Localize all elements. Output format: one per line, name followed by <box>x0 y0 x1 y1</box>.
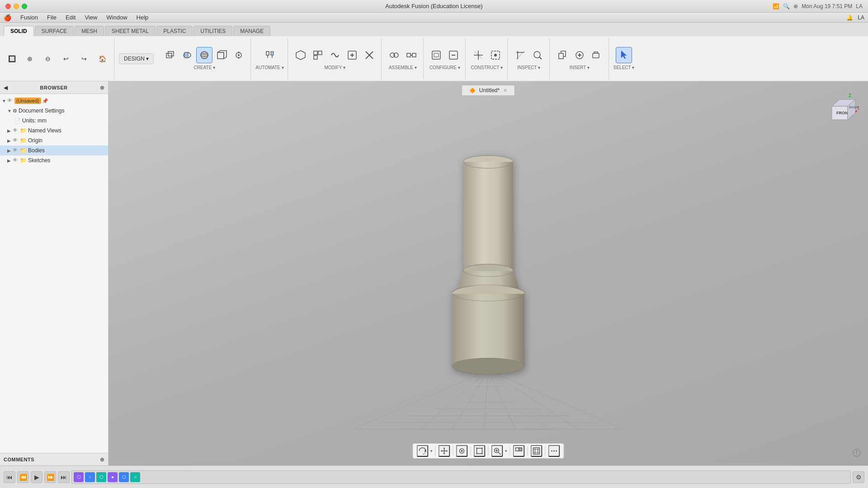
create-extrude[interactable] <box>162 47 178 63</box>
settings-icon: ⚙ <box>13 108 17 114</box>
zoom-button[interactable] <box>491 445 503 457</box>
modify-btn1[interactable] <box>292 47 309 63</box>
home-btn[interactable]: 🏠 <box>94 51 110 67</box>
timeline-item-5[interactable]: ⬡ <box>119 472 129 482</box>
construct-btn1[interactable] <box>470 47 486 63</box>
look-button[interactable] <box>456 445 468 457</box>
quick-btn-2[interactable]: ⊕ <box>22 51 38 67</box>
browser-item-units[interactable]: 📄 Units: mm <box>0 116 108 126</box>
browser-options-icon[interactable]: ⊕ <box>100 84 104 91</box>
fit-button[interactable] <box>474 445 486 457</box>
svg-marker-17 <box>296 51 305 60</box>
create-revolve[interactable] <box>179 47 195 63</box>
insert-btn1[interactable] <box>554 47 571 63</box>
tab-sheet-metal[interactable]: SHEET METAL <box>105 26 156 36</box>
tab-surface[interactable]: SURFACE <box>35 26 74 36</box>
orbit-dropdown[interactable]: ▾ <box>430 449 433 453</box>
apple-menu[interactable]: 🍎 <box>4 14 11 21</box>
timeline-track[interactable]: ⬡ ○ ⬡ ● ⬡ ○ <box>71 470 851 484</box>
section-select: SELECT ▾ <box>610 38 638 79</box>
select-btn[interactable] <box>616 47 632 63</box>
timeline-prev[interactable]: ⏪ <box>17 471 29 483</box>
maximize-button[interactable] <box>22 4 27 9</box>
insert-btn2[interactable] <box>571 47 588 63</box>
divider <box>510 446 510 455</box>
modify-btn4[interactable] <box>344 47 360 63</box>
modify-btn5[interactable] <box>361 47 377 63</box>
browser-item-unsaved[interactable]: ▼ 👁 (Unsaved) 📌 <box>0 96 108 106</box>
tab-close-icon[interactable]: ✕ <box>503 88 507 94</box>
browser-item-named-views[interactable]: ▶ 👁 📁 Named Views <box>0 126 108 136</box>
timeline-play[interactable]: ▶ <box>31 471 42 483</box>
traffic-lights[interactable] <box>5 4 27 9</box>
timeline-settings[interactable]: ⚙ <box>853 471 864 483</box>
chevron-right-icon: ▶ <box>7 158 12 163</box>
grid-button[interactable] <box>531 445 542 457</box>
quick-btn-5[interactable]: ↪ <box>76 51 92 67</box>
viewport[interactable]: 🔶 Untitled* ✕ X Z FRONT RIGHT <box>108 81 868 465</box>
pan-button[interactable] <box>439 445 450 457</box>
zoom-dropdown[interactable]: ▾ <box>505 449 507 453</box>
close-button[interactable] <box>5 4 11 9</box>
automate-btn[interactable] <box>262 47 278 63</box>
tab-plastic[interactable]: PLASTIC <box>156 26 193 36</box>
create-pattern[interactable] <box>231 47 247 63</box>
quick-btn-1[interactable]: 🔲 <box>4 51 20 67</box>
collapse-icon[interactable]: ◀ <box>4 84 8 91</box>
assemble-btn2[interactable] <box>403 47 420 63</box>
minimize-button[interactable] <box>14 4 19 9</box>
browser-item-bodies[interactable]: ▶ 👁 📁 Bodies <box>0 145 108 155</box>
timeline-item-4[interactable]: ● <box>108 472 118 482</box>
menu-fusion[interactable]: Fusion <box>17 13 42 22</box>
browser-item-doc-settings[interactable]: ▼ ⚙ Document Settings <box>0 106 108 116</box>
timeline-item-3[interactable]: ⬡ <box>96 472 106 482</box>
eye-icon: 👁 <box>13 127 19 134</box>
browser-item-origin[interactable]: ▶ 👁 📁 Origin <box>0 136 108 145</box>
tab-manage[interactable]: MANAGE <box>233 26 270 36</box>
construct-btn2[interactable] <box>487 47 504 63</box>
insert-buttons <box>554 47 605 63</box>
timeline-item-1[interactable]: ⬡ <box>74 472 84 482</box>
timeline-start[interactable]: ⏮ <box>4 471 15 483</box>
menu-edit[interactable]: Edit <box>62 13 79 22</box>
assemble-btn1[interactable] <box>386 47 402 63</box>
timeline-end[interactable]: ⏭ <box>58 471 70 483</box>
comments-label: COMMENTS <box>4 457 34 462</box>
timeline-item-6[interactable]: ○ <box>130 472 140 482</box>
tab-utilities[interactable]: UTILITIES <box>193 26 232 36</box>
section-automate: AUTOMATE ▾ <box>252 38 288 79</box>
modify-btn3[interactable] <box>327 47 343 63</box>
view-cube[interactable]: X Z FRONT RIGHT <box>823 90 859 127</box>
quick-btn-3[interactable]: ⊖ <box>40 51 56 67</box>
timeline-item-2[interactable]: ○ <box>85 472 95 482</box>
menu-help[interactable]: Help <box>133 13 152 22</box>
inspect-btn2[interactable] <box>529 47 546 63</box>
create-sphere[interactable] <box>196 47 212 63</box>
document-tab[interactable]: 🔶 Untitled* ✕ <box>462 85 515 96</box>
browser-item-sketches[interactable]: ▶ 👁 📁 Sketches <box>0 155 108 165</box>
comments-add-icon[interactable]: ⊕ <box>100 456 104 463</box>
menu-file[interactable]: File <box>43 13 60 22</box>
design-button[interactable]: DESIGN ▾ <box>119 53 154 64</box>
user-icon: LA <box>856 3 863 9</box>
quick-btn-4[interactable]: ↩ <box>58 51 74 67</box>
timeline-next[interactable]: ⏩ <box>44 471 56 483</box>
display-mode-button[interactable] <box>513 445 525 457</box>
configure-btn2[interactable] <box>445 47 462 63</box>
document-icon: 🔶 <box>469 88 476 94</box>
inspect-btn1[interactable] <box>512 47 528 63</box>
create-box[interactable] <box>213 47 230 63</box>
modify-btn2[interactable] <box>310 47 326 63</box>
svg-rect-18 <box>314 51 317 55</box>
svg-line-60 <box>488 371 624 429</box>
insert-btn3[interactable] <box>589 47 605 63</box>
orbit-button[interactable] <box>417 445 429 457</box>
menu-window[interactable]: Window <box>103 13 131 22</box>
more-button[interactable] <box>548 445 560 457</box>
tab-solid[interactable]: SOLID <box>4 26 34 36</box>
tab-mesh[interactable]: MESH <box>75 26 104 36</box>
svg-point-107 <box>551 450 552 452</box>
svg-rect-79 <box>452 294 524 366</box>
menu-view[interactable]: View <box>81 13 101 22</box>
configure-btn1[interactable] <box>428 47 444 63</box>
